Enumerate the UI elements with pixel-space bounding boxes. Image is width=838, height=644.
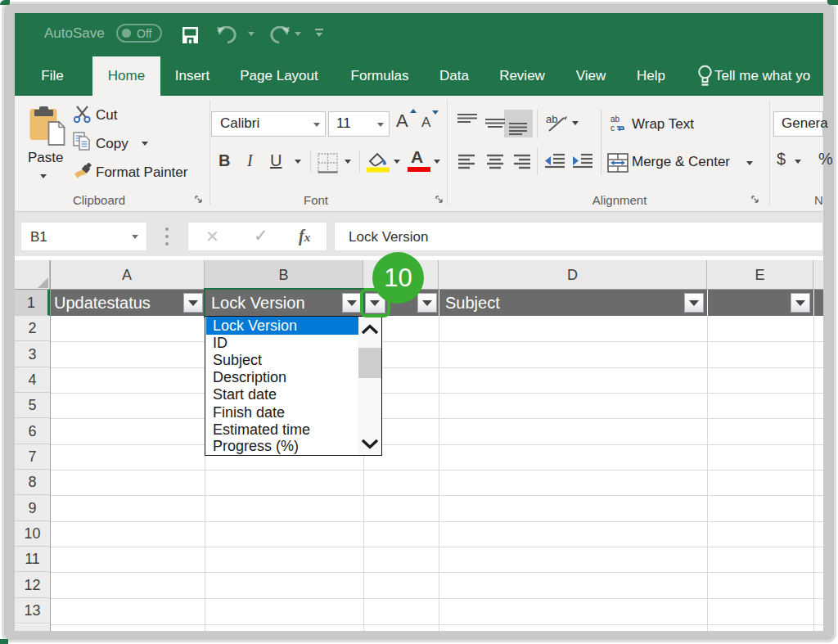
svg-text:c: c [610, 124, 615, 133]
svg-text:ab: ab [546, 113, 557, 125]
svg-text:ab: ab [610, 115, 620, 124]
